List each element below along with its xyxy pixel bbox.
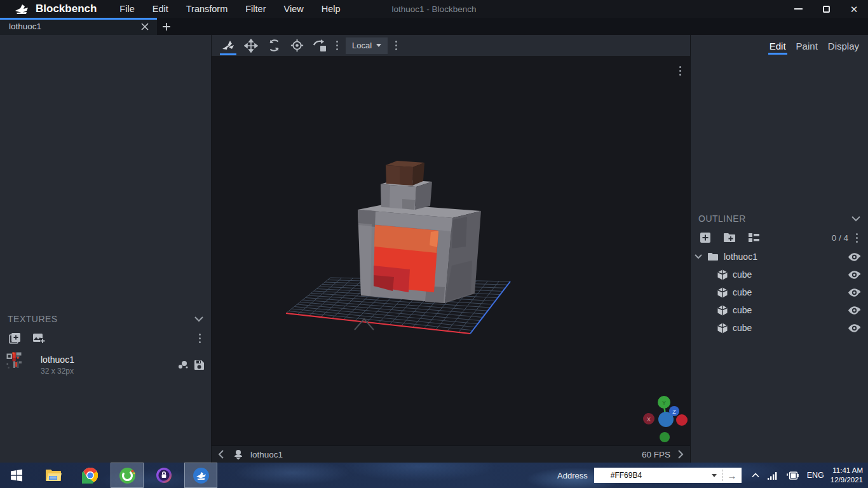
folder-icon bbox=[707, 252, 719, 261]
maximize-button[interactable] bbox=[812, 0, 840, 18]
cube-label: cube bbox=[733, 269, 846, 280]
selection-count: 0 / 4 bbox=[832, 233, 848, 243]
toolbar-menu-icon[interactable] bbox=[331, 36, 343, 55]
textures-menu-icon[interactable] bbox=[194, 329, 206, 348]
outliner-row-cube[interactable]: cube bbox=[691, 266, 868, 283]
outliner-menu-icon[interactable] bbox=[851, 228, 863, 247]
menu-help[interactable]: Help bbox=[313, 0, 349, 18]
new-tab-button[interactable] bbox=[157, 18, 176, 35]
menu-transform[interactable]: Transform bbox=[177, 0, 237, 18]
texture-thumbnail[interactable] bbox=[5, 352, 31, 377]
create-texture-button[interactable] bbox=[5, 329, 24, 347]
model-format-icon bbox=[233, 449, 244, 460]
window-controls: ✕ bbox=[784, 0, 868, 18]
textures-panel: TEXTURES bbox=[0, 310, 211, 381]
transform-space-dropdown[interactable]: Local bbox=[346, 37, 388, 54]
system-tray: ENG bbox=[742, 463, 831, 488]
network-icon[interactable] bbox=[768, 471, 778, 480]
firefox-focus-button[interactable] bbox=[147, 463, 180, 488]
menu-view[interactable]: View bbox=[275, 0, 313, 18]
svg-text:Y: Y bbox=[662, 400, 666, 406]
address-value[interactable]: #FF69B4 bbox=[594, 471, 712, 480]
app-name: Blockbench bbox=[36, 3, 97, 15]
right-sidebar: Edit Paint Display OUTLINER bbox=[690, 35, 868, 463]
visibility-eye-icon[interactable] bbox=[846, 249, 862, 264]
start-button[interactable] bbox=[0, 463, 33, 488]
outliner-row-cube[interactable]: cube bbox=[691, 301, 868, 319]
toolbar-menu2-icon[interactable] bbox=[390, 36, 402, 55]
title-bar: Blockbench File Edit Transform Filter Vi… bbox=[0, 0, 868, 18]
address-go-icon[interactable]: → bbox=[722, 468, 742, 483]
cube-label: cube bbox=[733, 323, 846, 333]
coccoc-button[interactable] bbox=[111, 463, 144, 488]
language-indicator[interactable]: ENG bbox=[807, 471, 824, 480]
menu-edit[interactable]: Edit bbox=[144, 0, 177, 18]
blockbench-logo-icon bbox=[14, 3, 31, 15]
windows-taskbar: Address #FF69B4 → ENG 11:41 AM 12/9/2021 bbox=[0, 463, 868, 488]
axis-z-line bbox=[470, 281, 510, 334]
close-button[interactable]: ✕ bbox=[840, 0, 868, 18]
mode-tab-bar: Edit Paint Display bbox=[691, 35, 868, 56]
add-cube-button[interactable] bbox=[696, 229, 715, 247]
outliner-row-cube[interactable]: cube bbox=[691, 319, 868, 337]
sidebar-collapse-left-icon[interactable] bbox=[218, 450, 224, 459]
tab-paint[interactable]: Paint bbox=[792, 38, 822, 53]
svg-text:Z: Z bbox=[672, 409, 676, 415]
move-tool[interactable] bbox=[240, 36, 262, 55]
viewport-3d[interactable]: Y X Z bbox=[212, 56, 690, 445]
rotate-tool[interactable] bbox=[262, 36, 285, 55]
texture-save-icon[interactable] bbox=[194, 360, 205, 370]
project-tab[interactable]: lothuoc1 bbox=[0, 18, 157, 35]
cube-icon bbox=[717, 323, 728, 334]
texture-row[interactable]: lothuoc1 32 x 32px bbox=[0, 348, 211, 381]
address-combobox[interactable]: #FF69B4 → bbox=[594, 468, 742, 483]
blockbench-taskbar-button[interactable] bbox=[184, 463, 217, 488]
vertex-snap-tool[interactable] bbox=[308, 36, 331, 55]
tab-display[interactable]: Display bbox=[824, 38, 863, 53]
visibility-eye-icon[interactable] bbox=[846, 302, 862, 318]
clock-time: 11:41 AM bbox=[831, 466, 863, 475]
minimize-button[interactable] bbox=[784, 0, 812, 18]
add-group-button[interactable] bbox=[720, 229, 739, 247]
pivot-tool[interactable] bbox=[285, 36, 308, 55]
svg-text:X: X bbox=[647, 416, 651, 423]
sidebar-collapse-right-icon[interactable] bbox=[678, 450, 684, 459]
outliner-row-group[interactable]: lothuoc1 bbox=[691, 248, 868, 266]
cube-icon bbox=[717, 269, 728, 280]
model-potion-bottle bbox=[358, 161, 481, 303]
outliner-panel: OUTLINER bbox=[691, 210, 868, 337]
left-sidebar: TEXTURES bbox=[0, 35, 212, 463]
outliner-toggle-view-icon[interactable] bbox=[744, 229, 763, 247]
group-expand-icon[interactable] bbox=[695, 254, 702, 259]
transform-space-value: Local bbox=[352, 41, 372, 50]
tray-expand-icon[interactable] bbox=[752, 473, 759, 478]
textures-panel-title: TEXTURES bbox=[8, 314, 194, 324]
tab-edit[interactable]: Edit bbox=[766, 38, 790, 53]
menu-filter[interactable]: Filter bbox=[236, 0, 275, 18]
project-tab-label: lothuoc1 bbox=[9, 22, 139, 31]
status-bar: lothuoc1 60 FPS bbox=[212, 445, 690, 463]
blockbench-window: Blockbench File Edit Transform Filter Vi… bbox=[0, 0, 868, 463]
battery-icon[interactable] bbox=[786, 471, 799, 480]
import-texture-button[interactable] bbox=[29, 329, 48, 347]
textures-collapse-icon[interactable] bbox=[194, 316, 203, 322]
address-label: Address bbox=[557, 471, 588, 480]
viewport-menu-icon[interactable] bbox=[674, 61, 686, 80]
address-dropdown-icon[interactable] bbox=[712, 474, 717, 477]
chrome-button[interactable] bbox=[74, 463, 107, 488]
file-explorer-button[interactable] bbox=[37, 463, 70, 488]
menu-file[interactable]: File bbox=[111, 0, 143, 18]
texture-particle-icon[interactable] bbox=[177, 360, 189, 370]
visibility-eye-icon[interactable] bbox=[846, 267, 862, 282]
project-tab-bar: lothuoc1 bbox=[0, 18, 868, 35]
move-gizmo-tool[interactable] bbox=[217, 36, 240, 55]
clock-date: 12/9/2021 bbox=[831, 475, 863, 485]
status-project-name: lothuoc1 bbox=[250, 450, 283, 459]
outliner-row-cube[interactable]: cube bbox=[691, 283, 868, 301]
outliner-collapse-icon[interactable] bbox=[851, 216, 860, 222]
main-toolbar: Local bbox=[212, 35, 690, 56]
taskbar-clock[interactable]: 11:41 AM 12/9/2021 bbox=[831, 466, 868, 485]
visibility-eye-icon[interactable] bbox=[846, 320, 862, 336]
tab-close-icon[interactable] bbox=[139, 21, 151, 32]
visibility-eye-icon[interactable] bbox=[846, 285, 862, 300]
